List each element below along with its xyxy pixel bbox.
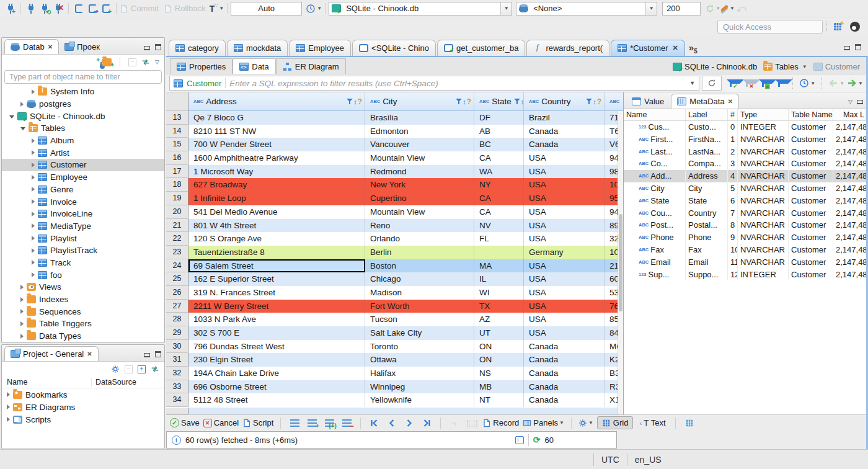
breadcrumb-table[interactable]: Customer	[825, 62, 860, 71]
cell-country[interactable]: USA	[524, 219, 604, 233]
cell-city[interactable]: Brasília	[365, 111, 474, 125]
cell-country[interactable]: USA	[524, 151, 604, 165]
help-icon[interactable]: ?	[358, 97, 362, 106]
grid-corner-cell[interactable]	[166, 92, 188, 111]
column-header-city[interactable]: ABC City ↕?	[365, 92, 474, 111]
new-sql-editor-button[interactable]	[72, 1, 86, 16]
expand-arrow-icon[interactable]	[32, 236, 35, 241]
cell-ordinal[interactable]: 7	[728, 207, 738, 220]
add-row-icon[interactable]: +	[305, 416, 319, 431]
cell-table-name[interactable]: Customer	[789, 256, 833, 269]
panels-button[interactable]: Panels▼	[523, 416, 564, 431]
cell-address[interactable]: 1600 Amphitheatre Parkway	[188, 151, 365, 165]
table-row[interactable]: 14 8210 111 ST NW Edmonton AB Canada T6	[166, 125, 623, 138]
cell-label[interactable]: Compa...	[686, 158, 728, 170]
expand-arrow-icon[interactable]	[20, 309, 24, 314]
tree-item[interactable]: PlaylistTrack	[2, 244, 164, 257]
next-page-icon[interactable]: ▼	[847, 76, 863, 91]
cell-address[interactable]: 700 W Pender Street	[188, 138, 365, 151]
settings-gear-icon[interactable]: ▼	[578, 416, 593, 431]
column-datasource[interactable]: DataSource	[92, 378, 136, 386]
minimize-icon[interactable]	[856, 98, 864, 105]
table-row[interactable]: 27 2211 W Berry Street Fort Worth TX USA…	[166, 300, 623, 313]
tree-item[interactable]: Playlist	[2, 232, 164, 244]
grid-view-button[interactable]: Grid	[597, 416, 634, 429]
expand-arrow-icon[interactable]	[32, 212, 35, 217]
minimize-icon[interactable]	[143, 44, 151, 51]
expand-all-icon[interactable]: +	[138, 365, 146, 373]
metadata-row[interactable]: ABCCo... Compa... 3 NVARCHAR Customer 2,…	[624, 158, 866, 170]
cell-column-name[interactable]: ABCCou...	[624, 207, 686, 220]
filter-icon[interactable]	[586, 98, 592, 105]
cell-address[interactable]: 1033 N Park Ave	[188, 313, 365, 326]
dbeaver-perspective-button[interactable]	[848, 19, 862, 34]
link-with-editor-icon[interactable]	[141, 58, 150, 66]
cell-country[interactable]: Canada	[524, 353, 604, 367]
cell-table-name[interactable]: Customer	[789, 207, 833, 220]
sort-icon[interactable]: ↕	[593, 98, 596, 105]
cell-city[interactable]: Tucson	[365, 313, 474, 326]
cell-address[interactable]: 1 Microsoft Way	[188, 165, 365, 179]
cell-city[interactable]: Mountain View	[365, 205, 474, 219]
transaction-mode-select[interactable]: Auto	[231, 2, 302, 16]
cell-city[interactable]: Yellowknife	[365, 393, 474, 407]
table-row[interactable]: 28 1033 N Park Ave Tucson AZ USA 85	[166, 313, 623, 326]
tree-item[interactable]: Album	[2, 135, 164, 147]
cell-type[interactable]: NVARCHAR	[738, 170, 789, 182]
row-number-cell[interactable]: 22	[166, 232, 188, 246]
expand-arrow-icon[interactable]	[32, 89, 35, 94]
cell-address[interactable]: 627 Broadway	[188, 178, 365, 192]
sort-icon[interactable]: ↕	[353, 98, 357, 105]
cell-table-name[interactable]: Customer	[789, 121, 833, 133]
metadata-row[interactable]: ABCPhone Phone 9 NVARCHAR Customer 2,147…	[624, 231, 866, 244]
table-row[interactable]: 19 1 Infinite Loop Cupertino CA USA 95	[166, 192, 623, 205]
cell-address[interactable]: 120 S Orange Ave	[188, 232, 365, 246]
pin-results-icon[interactable]	[515, 436, 524, 444]
close-icon[interactable]: ✕	[48, 43, 53, 50]
column-name[interactable]: Name	[2, 378, 92, 386]
row-number-cell[interactable]: 33	[166, 380, 188, 394]
previous-row-icon[interactable]	[385, 416, 399, 431]
cell-type[interactable]: INTEGER	[738, 121, 789, 133]
cell-label[interactable]: Custo...	[686, 121, 728, 133]
close-icon[interactable]: ✕	[87, 351, 92, 357]
cell-column-name[interactable]: 123Cus...	[624, 121, 686, 133]
expand-arrow-icon[interactable]	[20, 127, 25, 130]
cell-country[interactable]: USA	[524, 205, 604, 219]
database-select[interactable]: <None> ▼	[516, 2, 657, 16]
cell-city[interactable]: Salt Lake City	[365, 326, 474, 340]
cell-city[interactable]: Mountain View	[365, 151, 474, 165]
cell-address[interactable]: 5112 48 Street	[188, 393, 365, 407]
help-icon[interactable]: ?	[597, 97, 601, 106]
cell-max-length[interactable]: 2,147,483	[833, 195, 866, 207]
cell-state[interactable]: NT	[474, 393, 524, 407]
cell-state[interactable]: AZ	[474, 313, 524, 326]
cell-ordinal[interactable]: 2	[728, 146, 738, 158]
cell-type[interactable]: NVARCHAR	[738, 146, 789, 158]
tab-metadata[interactable]: MetaData ✕	[671, 94, 739, 109]
table-row[interactable]: 16 1600 Amphitheatre Parkway Mountain Vi…	[166, 151, 623, 165]
settings-gear-icon[interactable]	[111, 365, 120, 373]
cell-max-length[interactable]: 2,147,483	[833, 121, 866, 133]
cell-address[interactable]: 319 N. Frances Street	[188, 286, 365, 300]
cell-column-name[interactable]: ABCFax	[624, 244, 686, 256]
editor-subtab[interactable]: Data	[232, 58, 275, 74]
table-row[interactable]: 26 319 N. Frances Street Madison WI USA …	[166, 286, 623, 300]
cell-city[interactable]: Edmonton	[365, 125, 474, 138]
cell-city[interactable]: Berlin	[365, 246, 474, 259]
cell-table-name[interactable]: Customer	[789, 170, 833, 182]
cell-type[interactable]: NVARCHAR	[738, 231, 789, 244]
connection-select[interactable]: SQLite - Chinook.db ▼	[329, 2, 512, 16]
expand-arrow-icon[interactable]	[20, 297, 24, 302]
cell-city[interactable]: Fort Worth	[365, 300, 474, 313]
column-header-postal-partial[interactable]: ABC	[604, 92, 623, 111]
tree-item[interactable]: Artist	[2, 146, 164, 159]
tree-item[interactable]: System Info	[2, 86, 164, 98]
column-header-country[interactable]: ABC Country ↕?	[524, 92, 604, 111]
column-header-number[interactable]: #	[728, 109, 738, 120]
timezone-indicator[interactable]: UTC	[601, 455, 619, 465]
cell-state[interactable]: NV	[474, 219, 524, 233]
cell-country[interactable]: USA	[524, 326, 604, 340]
save-button[interactable]: ✓Save	[170, 416, 200, 431]
custom-filter-icon[interactable]	[773, 76, 786, 91]
